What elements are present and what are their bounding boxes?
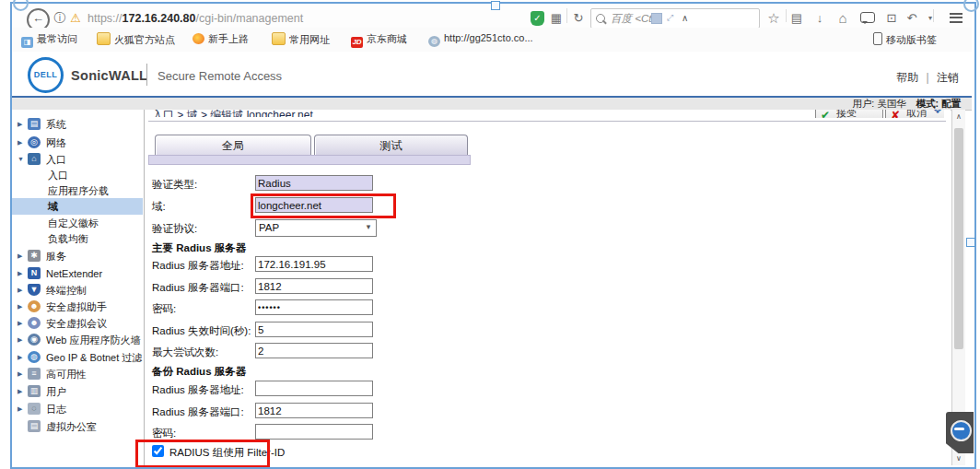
logout-link[interactable]: 注销 xyxy=(937,71,959,84)
bookmark-most-visited[interactable]: ◨最常访问 xyxy=(21,32,77,48)
bookmark-star-icon[interactable]: ☆ xyxy=(765,8,782,29)
radius-filter-id-checkbox[interactable] xyxy=(152,445,164,457)
primary-radius-port-input[interactable] xyxy=(255,278,373,294)
brand-sonicwall: SonicWALL xyxy=(71,68,147,83)
mobile-bookmarks[interactable]: 移动版书签 xyxy=(873,32,937,47)
bookmark-gg251cto[interactable]: ◍http://gg251cto.co... xyxy=(428,32,533,47)
server-stack-icon: ≡ xyxy=(28,368,41,380)
sidebar-item-log[interactable]: ▶◌日志 xyxy=(12,401,143,417)
adblock-shield-icon[interactable]: ✓ xyxy=(531,11,544,26)
tab-strip xyxy=(148,155,471,165)
expand-icon[interactable]: ⤢ xyxy=(667,13,673,23)
sidebar-subitem-domains[interactable]: 域 xyxy=(12,198,143,215)
sidebar-item-geoip-botnet[interactable]: ▶◍Geo IP & Botnet 过滤 xyxy=(12,349,143,366)
backup-password-input[interactable] xyxy=(255,424,373,440)
help-link[interactable]: 帮助 xyxy=(896,71,918,84)
bookmark-firefox-site[interactable]: 火狐官方站点 xyxy=(97,32,175,47)
meeting-people-icon: ☻ xyxy=(28,317,41,329)
chevron-right-icon: ▶ xyxy=(18,383,22,400)
sidebar-item-system[interactable]: ▶▤系统 xyxy=(12,116,143,133)
accept-button[interactable]: ✔接受 xyxy=(815,110,883,118)
mode-value: 配置 xyxy=(941,98,961,109)
geoip-globe-icon: ◍ xyxy=(28,351,41,363)
network-globe-icon: ◎ xyxy=(28,136,41,148)
menu-icon[interactable] xyxy=(950,10,962,25)
sidebar-subitem-app-offloading[interactable]: 应用程序分载 xyxy=(12,182,143,199)
selection-handle[interactable] xyxy=(963,0,979,12)
filter-id-label: RADIUS 组使用 Filter-ID xyxy=(169,446,285,460)
chevron-down-icon: ▼ xyxy=(18,151,24,168)
portal-home-icon: ⌂ xyxy=(28,153,41,165)
bookmark-common-sites[interactable]: 常用网址 xyxy=(272,32,330,47)
download-icon[interactable]: ↓ xyxy=(811,8,828,29)
sidebar-item-network[interactable]: ▶◎网络 xyxy=(12,135,143,151)
search-input[interactable]: 百度 <Ct ⤢ ∧ xyxy=(590,8,760,29)
x-icon: ✘ xyxy=(891,110,900,118)
selection-handle[interactable] xyxy=(966,238,975,247)
scrollbar-thumb[interactable] xyxy=(954,128,963,349)
scroll-up-icon[interactable]: ∧ xyxy=(954,112,963,121)
insecure-lock-icon[interactable]: ⚠ xyxy=(67,8,84,29)
auth-protocol-select[interactable]: PAP▾ xyxy=(255,219,377,237)
users-icon: ▥ xyxy=(28,385,41,397)
chevron-right-icon: ▶ xyxy=(18,265,22,282)
undo-icon[interactable]: ↶ xyxy=(904,8,920,29)
chevron-right-icon: ▶ xyxy=(18,282,22,299)
search-placeholder: 百度 <Ct xyxy=(611,12,651,26)
sidebar-item-virtual-meeting[interactable]: ▶☻安全虚拟会议 xyxy=(12,315,143,332)
sidebar-item-virtual-office[interactable]: ▤虚拟办公室 xyxy=(12,418,143,435)
sidebar-subitem-portals[interactable]: 入口 xyxy=(12,167,143,183)
mode-label: 模式: xyxy=(916,98,939,109)
max-retries-input[interactable] xyxy=(255,343,373,358)
main-content: 入口 > 域 > 编辑域 longcheer.net ✔接受 ✘取消 ❖ 全局 … xyxy=(145,110,951,465)
bookmark-getting-started[interactable]: 新手上路 xyxy=(192,32,249,46)
sidebar-item-endpoint-control[interactable]: ▶▼终端控制 xyxy=(12,282,143,299)
chevron-up-icon[interactable]: ∧ xyxy=(682,13,688,23)
domain-input[interactable] xyxy=(255,197,373,213)
reload-icon[interactable]: ↻ xyxy=(570,8,587,29)
chevron-right-icon: ▶ xyxy=(18,135,22,151)
chevron-right-icon: ▶ xyxy=(18,299,22,315)
collapse-icon[interactable]: ❖ xyxy=(933,110,942,116)
undo-dropdown-icon[interactable]: ▾ xyxy=(922,8,939,29)
section-primary-radius: 主要 Radius 服务器 xyxy=(152,241,246,255)
tab-test[interactable]: 测试 xyxy=(314,135,468,156)
qr-code-icon[interactable]: ▦ xyxy=(548,8,565,29)
sidebar-item-users[interactable]: ▶▥用户 xyxy=(12,383,143,400)
globe-icon: ◍ xyxy=(428,36,440,47)
scroll-down-icon[interactable]: ∨ xyxy=(954,454,963,463)
search-engine-grid-icon[interactable] xyxy=(652,14,661,23)
home-icon[interactable]: ⌂ xyxy=(834,8,851,29)
screenshot-crop-icon[interactable]: ⊡ xyxy=(883,8,900,29)
selection-handle[interactable] xyxy=(491,1,500,10)
teamviewer-icon xyxy=(951,420,972,441)
messages-icon[interactable] xyxy=(860,12,875,23)
sidebar-item-waf[interactable]: ▶◉Web 应用程序防火墙 xyxy=(12,332,143,348)
folder-icon xyxy=(97,32,111,45)
sidebar-item-virtual-assist[interactable]: ▶☻安全虚拟助手 xyxy=(12,299,143,315)
sidebar-item-high-availability[interactable]: ▶≡高可用性 xyxy=(12,366,143,382)
auth-type-input[interactable] xyxy=(255,175,373,191)
backup-radius-address-input[interactable] xyxy=(255,381,373,396)
page-info-icon[interactable]: ⓘ xyxy=(52,8,68,29)
primary-password-input[interactable] xyxy=(255,299,373,315)
bookmark-jd[interactable]: JD京东商城 xyxy=(351,32,407,48)
tab-global[interactable]: 全局 xyxy=(155,135,311,156)
section-backup-radius: 备份 Radius 服务器 xyxy=(152,365,246,379)
shield-icon: ▼ xyxy=(28,284,41,296)
backup-radius-port-input[interactable] xyxy=(255,403,373,418)
sidebar-subitem-load-balancing[interactable]: 负载均衡 xyxy=(12,230,143,247)
netextender-icon: N xyxy=(28,267,41,279)
bookmarks-panel-icon[interactable]: ▤ xyxy=(788,8,805,29)
sidebar-item-services[interactable]: ▶✱服务 xyxy=(12,248,143,264)
sidebar-subitem-custom-logo[interactable]: 自定义徽标 xyxy=(12,215,143,231)
radius-timeout-input[interactable] xyxy=(255,322,373,337)
primary-radius-address-input[interactable] xyxy=(255,256,373,272)
breadcrumb: 入口 > 域 > 编辑域 longcheer.net xyxy=(152,110,668,117)
chevron-right-icon: ▶ xyxy=(18,116,22,133)
sidebar-item-portals[interactable]: ▼⌂入口 xyxy=(12,151,143,168)
sidebar-item-netextender[interactable]: ▶NNetExtender xyxy=(12,265,143,282)
url-bar[interactable]: https://172.16.240.80/cgi-bin/management xyxy=(88,12,303,25)
web-globe-icon: ◉ xyxy=(28,334,41,346)
toolbar-divider xyxy=(566,8,567,23)
